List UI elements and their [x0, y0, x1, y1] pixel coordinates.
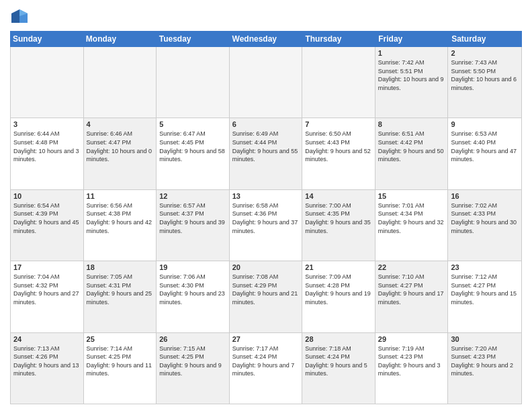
day-info: Sunrise: 7:15 AM Sunset: 4:25 PM Dayligh…: [159, 345, 226, 378]
calendar: SundayMondayTuesdayWednesdayThursdayFrid…: [10, 31, 522, 404]
header-day-tuesday: Tuesday: [157, 31, 230, 47]
calendar-cell-3-2: 19Sunrise: 7:06 AM Sunset: 4:30 PM Dayli…: [157, 261, 230, 332]
header-day-thursday: Thursday: [302, 31, 375, 47]
calendar-cell-3-1: 18Sunrise: 7:05 AM Sunset: 4:31 PM Dayli…: [84, 261, 157, 332]
day-number: 22: [378, 263, 445, 271]
calendar-cell-4-3: 27Sunrise: 7:17 AM Sunset: 4:24 PM Dayli…: [230, 333, 303, 404]
day-info: Sunrise: 7:13 AM Sunset: 4:26 PM Dayligh…: [13, 345, 81, 378]
calendar-header: SundayMondayTuesdayWednesdayThursdayFrid…: [10, 31, 522, 47]
day-number: 9: [451, 120, 519, 128]
calendar-cell-0-4: [302, 47, 375, 118]
header-day-sunday: Sunday: [10, 31, 83, 47]
calendar-cell-4-0: 24Sunrise: 7:13 AM Sunset: 4:26 PM Dayli…: [11, 333, 84, 404]
header-day-monday: Monday: [83, 31, 157, 47]
calendar-cell-3-5: 22Sunrise: 7:10 AM Sunset: 4:27 PM Dayli…: [375, 261, 449, 332]
calendar-body: 1Sunrise: 7:42 AM Sunset: 5:51 PM Daylig…: [10, 47, 522, 404]
day-number: 11: [87, 192, 154, 200]
calendar-row-2: 10Sunrise: 6:54 AM Sunset: 4:39 PM Dayli…: [11, 190, 521, 261]
day-number: 4: [87, 120, 154, 128]
day-number: 18: [87, 263, 154, 271]
calendar-cell-1-2: 5Sunrise: 6:47 AM Sunset: 4:45 PM Daylig…: [157, 118, 230, 189]
day-number: 2: [451, 49, 519, 57]
day-number: 16: [451, 192, 519, 200]
day-info: Sunrise: 7:06 AM Sunset: 4:30 PM Dayligh…: [159, 273, 226, 306]
header-day-wednesday: Wednesday: [230, 31, 303, 47]
day-number: 30: [451, 335, 519, 343]
day-info: Sunrise: 7:04 AM Sunset: 4:32 PM Dayligh…: [13, 273, 81, 306]
day-info: Sunrise: 7:17 AM Sunset: 4:24 PM Dayligh…: [232, 345, 300, 378]
header-day-saturday: Saturday: [449, 31, 522, 47]
header-day-friday: Friday: [375, 31, 449, 47]
day-number: 29: [378, 335, 445, 343]
day-number: 27: [232, 335, 300, 343]
calendar-row-3: 17Sunrise: 7:04 AM Sunset: 4:32 PM Dayli…: [11, 261, 521, 332]
day-number: 25: [87, 335, 154, 343]
calendar-cell-1-0: 3Sunrise: 6:44 AM Sunset: 4:48 PM Daylig…: [11, 118, 84, 189]
day-number: 13: [232, 192, 300, 200]
day-info: Sunrise: 7:00 AM Sunset: 4:35 PM Dayligh…: [305, 201, 372, 235]
calendar-cell-0-1: [84, 47, 157, 118]
day-info: Sunrise: 6:49 AM Sunset: 4:44 PM Dayligh…: [232, 130, 300, 163]
calendar-cell-2-2: 12Sunrise: 6:57 AM Sunset: 4:37 PM Dayli…: [157, 190, 230, 261]
day-info: Sunrise: 7:14 AM Sunset: 4:25 PM Dayligh…: [87, 345, 154, 378]
calendar-cell-1-1: 4Sunrise: 6:46 AM Sunset: 4:47 PM Daylig…: [84, 118, 157, 189]
day-number: 12: [159, 192, 226, 200]
day-info: Sunrise: 6:46 AM Sunset: 4:47 PM Dayligh…: [87, 130, 154, 163]
calendar-cell-4-2: 26Sunrise: 7:15 AM Sunset: 4:25 PM Dayli…: [157, 333, 230, 404]
day-number: 1: [378, 49, 445, 57]
day-number: 24: [13, 335, 81, 343]
day-number: 6: [232, 120, 300, 128]
day-info: Sunrise: 6:50 AM Sunset: 4:43 PM Dayligh…: [305, 130, 372, 163]
day-number: 26: [159, 335, 226, 343]
calendar-cell-1-3: 6Sunrise: 6:49 AM Sunset: 4:44 PM Daylig…: [230, 118, 303, 189]
calendar-cell-2-0: 10Sunrise: 6:54 AM Sunset: 4:39 PM Dayli…: [11, 190, 84, 261]
day-info: Sunrise: 7:20 AM Sunset: 4:23 PM Dayligh…: [451, 345, 519, 378]
day-info: Sunrise: 7:10 AM Sunset: 4:27 PM Dayligh…: [378, 273, 445, 306]
day-info: Sunrise: 6:51 AM Sunset: 4:42 PM Dayligh…: [378, 130, 445, 163]
day-info: Sunrise: 7:18 AM Sunset: 4:24 PM Dayligh…: [305, 345, 372, 378]
day-info: Sunrise: 6:44 AM Sunset: 4:48 PM Dayligh…: [13, 130, 81, 163]
calendar-cell-4-5: 29Sunrise: 7:19 AM Sunset: 4:23 PM Dayli…: [375, 333, 449, 404]
day-number: 21: [305, 263, 372, 271]
day-number: 15: [378, 192, 445, 200]
day-info: Sunrise: 6:57 AM Sunset: 4:37 PM Dayligh…: [159, 201, 226, 235]
day-info: Sunrise: 6:58 AM Sunset: 4:36 PM Dayligh…: [232, 201, 300, 235]
calendar-cell-0-2: [157, 47, 230, 118]
calendar-cell-2-1: 11Sunrise: 6:56 AM Sunset: 4:38 PM Dayli…: [84, 190, 157, 261]
calendar-cell-3-3: 20Sunrise: 7:08 AM Sunset: 4:29 PM Dayli…: [230, 261, 303, 332]
day-number: 10: [13, 192, 81, 200]
day-info: Sunrise: 7:12 AM Sunset: 4:27 PM Dayligh…: [451, 273, 519, 306]
day-info: Sunrise: 7:19 AM Sunset: 4:23 PM Dayligh…: [378, 345, 445, 378]
calendar-row-1: 3Sunrise: 6:44 AM Sunset: 4:48 PM Daylig…: [11, 118, 521, 189]
calendar-cell-0-6: 2Sunrise: 7:43 AM Sunset: 5:50 PM Daylig…: [448, 47, 521, 118]
calendar-cell-4-4: 28Sunrise: 7:18 AM Sunset: 4:24 PM Dayli…: [302, 333, 375, 404]
day-info: Sunrise: 7:05 AM Sunset: 4:31 PM Dayligh…: [87, 273, 154, 306]
day-number: 28: [305, 335, 372, 343]
day-number: 3: [13, 120, 81, 128]
calendar-cell-4-6: 30Sunrise: 7:20 AM Sunset: 4:23 PM Dayli…: [448, 333, 521, 404]
day-info: Sunrise: 7:43 AM Sunset: 5:50 PM Dayligh…: [451, 58, 519, 92]
calendar-cell-1-6: 9Sunrise: 6:53 AM Sunset: 4:40 PM Daylig…: [448, 118, 521, 189]
day-info: Sunrise: 6:47 AM Sunset: 4:45 PM Dayligh…: [159, 130, 226, 163]
calendar-cell-4-1: 25Sunrise: 7:14 AM Sunset: 4:25 PM Dayli…: [84, 333, 157, 404]
day-info: Sunrise: 6:56 AM Sunset: 4:38 PM Dayligh…: [87, 201, 154, 235]
day-number: 23: [451, 263, 519, 271]
day-number: 8: [378, 120, 445, 128]
calendar-cell-1-5: 8Sunrise: 6:51 AM Sunset: 4:42 PM Daylig…: [375, 118, 449, 189]
day-info: Sunrise: 6:54 AM Sunset: 4:39 PM Dayligh…: [13, 201, 81, 235]
day-info: Sunrise: 7:42 AM Sunset: 5:51 PM Dayligh…: [378, 58, 445, 92]
day-number: 20: [232, 263, 300, 271]
day-info: Sunrise: 6:53 AM Sunset: 4:40 PM Dayligh…: [451, 130, 519, 163]
logo: [10, 7, 32, 26]
day-info: Sunrise: 7:08 AM Sunset: 4:29 PM Dayligh…: [232, 273, 300, 306]
day-number: 14: [305, 192, 372, 200]
day-number: 7: [305, 120, 372, 128]
calendar-row-0: 1Sunrise: 7:42 AM Sunset: 5:51 PM Daylig…: [11, 47, 521, 118]
calendar-cell-3-6: 23Sunrise: 7:12 AM Sunset: 4:27 PM Dayli…: [448, 261, 521, 332]
day-info: Sunrise: 7:02 AM Sunset: 4:33 PM Dayligh…: [451, 201, 519, 235]
calendar-cell-3-0: 17Sunrise: 7:04 AM Sunset: 4:32 PM Dayli…: [11, 261, 84, 332]
calendar-cell-2-6: 16Sunrise: 7:02 AM Sunset: 4:33 PM Dayli…: [448, 190, 521, 261]
calendar-cell-0-5: 1Sunrise: 7:42 AM Sunset: 5:51 PM Daylig…: [375, 47, 449, 118]
calendar-cell-2-5: 15Sunrise: 7:01 AM Sunset: 4:34 PM Dayli…: [375, 190, 449, 261]
calendar-cell-1-4: 7Sunrise: 6:50 AM Sunset: 4:43 PM Daylig…: [302, 118, 375, 189]
